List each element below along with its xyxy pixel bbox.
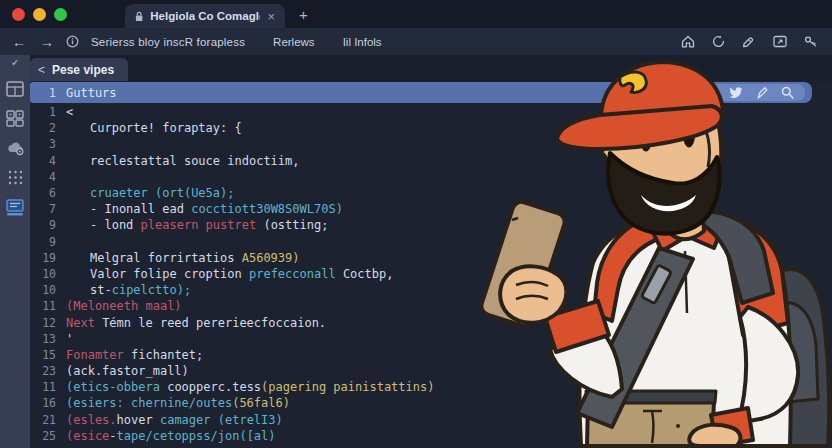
- history-icon[interactable]: [712, 35, 725, 48]
- window-icon[interactable]: [773, 35, 787, 48]
- code-line[interactable]: 16(esiers: chernine/outes(56fal6): [30, 395, 832, 411]
- line-number: 9: [30, 235, 56, 249]
- line-text: <: [66, 105, 73, 119]
- address-bar: ← → Serierss bloy inscR forapless Rerlew…: [0, 28, 832, 55]
- twitter-icon[interactable]: [729, 87, 743, 99]
- line-number: 11: [30, 299, 56, 313]
- code-line[interactable]: 11(etics-obbera coopperc.tess(pagering p…: [30, 379, 832, 395]
- code-line[interactable]: 4reclestattal souce indoctiim,: [30, 153, 832, 169]
- line-text: (esiers: chernine/outes(56fal6): [66, 396, 290, 410]
- line-number: 7: [30, 202, 56, 216]
- lock-icon: [135, 11, 143, 22]
- line-text: (Meloneeth maal): [66, 299, 182, 313]
- line-number: 11: [30, 380, 56, 394]
- url-text[interactable]: Serierss bloy inscR forapless: [91, 36, 245, 48]
- code-line[interactable]: 25(esice-tape/cetoppss/jon([al): [30, 428, 832, 444]
- line-text: st-cipelctto);: [66, 283, 191, 297]
- activity-sidebar: ✔: [0, 55, 30, 448]
- extension-icon[interactable]: [742, 35, 756, 48]
- back-button[interactable]: ←: [10, 34, 28, 50]
- code-line[interactable]: 11(Meloneeth maal): [30, 298, 832, 314]
- line-number: 4: [30, 154, 56, 168]
- file-tab-active[interactable]: < Pese vipes: [30, 58, 128, 81]
- code-line[interactable]: 10st-cipelctto);: [30, 282, 832, 298]
- site-info-icon[interactable]: [66, 35, 79, 48]
- code-line[interactable]: 2Curporte! foraptay: {: [30, 120, 832, 136]
- pen-icon[interactable]: [756, 87, 768, 99]
- home-icon[interactable]: [681, 35, 695, 48]
- line-number: 1: [30, 105, 56, 119]
- profile-icon[interactable]: [705, 87, 716, 99]
- file-tab-label: Pese vipes: [52, 63, 114, 77]
- highlighted-line[interactable]: 1 Gutturs: [30, 82, 812, 103]
- share-toolbar: [694, 84, 805, 101]
- maximize-window-button[interactable]: [54, 8, 67, 21]
- apps-grid-icon[interactable]: [6, 110, 24, 127]
- code-line[interactable]: 7- Inonall ead cocctiott30W8S0WL70S): [30, 201, 832, 217]
- code-line[interactable]: 10Valor folipe croption prefecconall Coc…: [30, 266, 832, 282]
- line-number: 19: [30, 251, 56, 265]
- line-text: Melgral forrirtatios A560939): [66, 251, 300, 265]
- line-text: Next Témn le reed pererieecfoccaion.: [66, 316, 326, 330]
- file-tab-strip: < Pese vipes: [30, 55, 832, 81]
- cloud-icon[interactable]: [6, 140, 25, 156]
- line-number: 21: [30, 413, 56, 427]
- spreadsheet-icon[interactable]: [6, 81, 24, 97]
- nav-menu-infos[interactable]: Iil Infols: [343, 36, 382, 48]
- line-number: 15: [30, 348, 56, 362]
- line-text: (esice-tape/cetoppss/jon([al): [66, 429, 276, 443]
- code-line[interactable]: 9- lond pleasern pustret (ostting;: [30, 217, 832, 233]
- line-number: 12: [30, 316, 56, 330]
- line-number: 9: [30, 218, 56, 232]
- line-text: Curporte! foraptay: {: [66, 121, 242, 135]
- line-number: 25: [30, 429, 56, 443]
- line-text: cruaeter (ort(Ue5a);: [66, 186, 235, 200]
- minimize-window-button[interactable]: [33, 8, 46, 21]
- line-text: Valor folipe croption prefecconall Coctb…: [66, 267, 393, 281]
- line-number: 3: [30, 137, 56, 151]
- line-text: reclestattal souce indoctiim,: [66, 154, 300, 168]
- check-icon: ✔: [11, 59, 19, 68]
- line-number: 10: [30, 283, 56, 297]
- code-line[interactable]: 3: [30, 136, 832, 152]
- browser-tab[interactable]: Helgiola Co Comagler ×: [125, 4, 285, 28]
- chevron-left-icon[interactable]: <: [38, 63, 45, 77]
- code-line[interactable]: 19Melgral forrirtatios A560939): [30, 250, 832, 266]
- code-line[interactable]: 15Fonamter fichantet;: [30, 347, 832, 363]
- code-line[interactable]: 4: [30, 169, 832, 185]
- dots-grid-icon[interactable]: [7, 169, 24, 186]
- key-icon[interactable]: [804, 35, 818, 48]
- highlighted-line-text: Gutturs: [66, 86, 117, 100]
- editor-panel: < Pese vipes 1 Gutturs: [30, 55, 832, 448]
- code-line[interactable]: 23(ack.fastor_mall): [30, 363, 832, 379]
- code-line[interactable]: 12Next Témn le reed pererieecfoccaion.: [30, 314, 832, 330]
- line-number: 16: [30, 396, 56, 410]
- code-line[interactable]: 1<: [30, 104, 832, 120]
- line-text: (ack.fastor_mall): [66, 364, 189, 378]
- chart-icon-active[interactable]: [5, 199, 25, 216]
- line-text: - lond pleasern pustret (ostting;: [66, 218, 328, 232]
- search-icon[interactable]: [781, 86, 794, 99]
- line-text: (etics-obbera coopperc.tess(pagering pai…: [66, 380, 434, 394]
- line-text: - Inonall ead cocctiott30W8S0WL70S): [66, 202, 343, 216]
- line-number: 10: [30, 267, 56, 281]
- code-line[interactable]: 21(esles.hover camager (etrelI3): [30, 412, 832, 428]
- line-text: (esles.hover camager (etrelI3): [66, 413, 283, 427]
- close-window-button[interactable]: [12, 8, 25, 21]
- new-tab-button[interactable]: +: [299, 6, 308, 23]
- tab-title: Helgiola Co Comagler: [150, 10, 260, 22]
- code-line[interactable]: 9: [30, 234, 832, 250]
- highlighted-line-number: 1: [30, 86, 56, 100]
- title-bar: Helgiola Co Comagler × +: [0, 0, 832, 28]
- code-line[interactable]: 6cruaeter (ort(Ue5a);: [30, 185, 832, 201]
- line-number: 6: [30, 186, 56, 200]
- forward-button[interactable]: →: [38, 34, 56, 50]
- line-text: Fonamter fichantet;: [66, 348, 203, 362]
- line-number: 2: [30, 121, 56, 135]
- nav-menu-reviews[interactable]: Rerlews: [273, 36, 315, 48]
- line-text: ': [66, 332, 73, 346]
- tab-close-icon[interactable]: ×: [267, 9, 275, 24]
- code-lines: 1<2Curporte! foraptay: {34reclestattal s…: [30, 103, 832, 444]
- code-line[interactable]: 13': [30, 331, 832, 347]
- line-number: 13: [30, 332, 56, 346]
